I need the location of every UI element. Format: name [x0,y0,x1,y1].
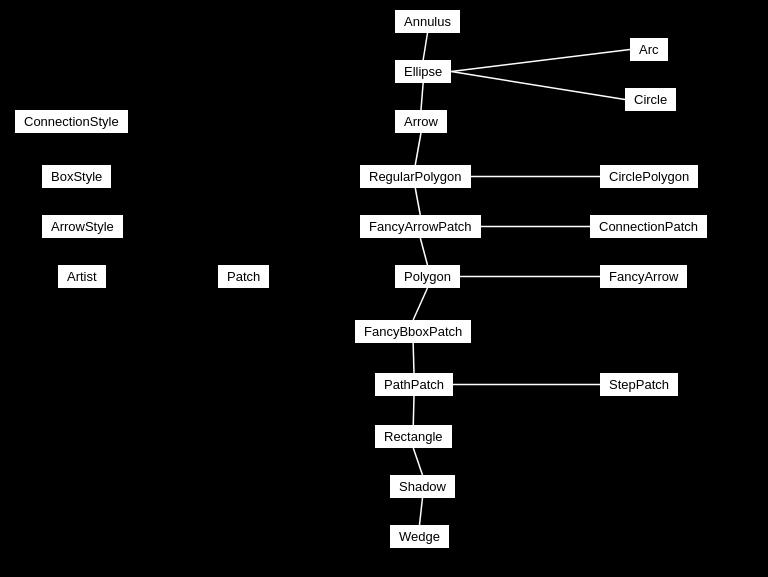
node-rectangle: Rectangle [375,425,452,448]
svg-line-15 [419,498,422,525]
svg-line-4 [415,133,421,165]
svg-line-12 [413,396,414,425]
node-circlepolygon: CirclePolygon [600,165,698,188]
node-annulus: Annulus [395,10,460,33]
node-patch: Patch [218,265,269,288]
svg-line-9 [413,288,427,320]
node-circle: Circle [625,88,676,111]
node-connectionpatch: ConnectionPatch [590,215,707,238]
node-fancyarrow: FancyArrow [600,265,687,288]
svg-line-2 [451,72,625,100]
svg-line-7 [420,238,427,265]
node-steppatch: StepPatch [600,373,678,396]
svg-line-14 [413,448,422,475]
node-ellipse: Ellipse [395,60,451,83]
node-connectionstyle: ConnectionStyle [15,110,128,133]
svg-line-0 [423,33,427,60]
node-shadow: Shadow [390,475,455,498]
svg-line-11 [413,343,414,373]
svg-line-1 [451,50,630,72]
node-artist: Artist [58,265,106,288]
node-regularpolygon: RegularPolygon [360,165,471,188]
svg-line-3 [421,83,423,110]
node-fancybboxpatch: FancyBboxPatch [355,320,471,343]
connections-svg [0,0,768,577]
node-pathpatch: PathPatch [375,373,453,396]
node-wedge: Wedge [390,525,449,548]
node-fancyarrowpatch: FancyArrowPatch [360,215,481,238]
node-arc: Arc [630,38,668,61]
svg-line-5 [415,188,420,215]
node-polygon: Polygon [395,265,460,288]
node-arrow: Arrow [395,110,447,133]
node-arrowstyle: ArrowStyle [42,215,123,238]
node-boxstyle: BoxStyle [42,165,111,188]
